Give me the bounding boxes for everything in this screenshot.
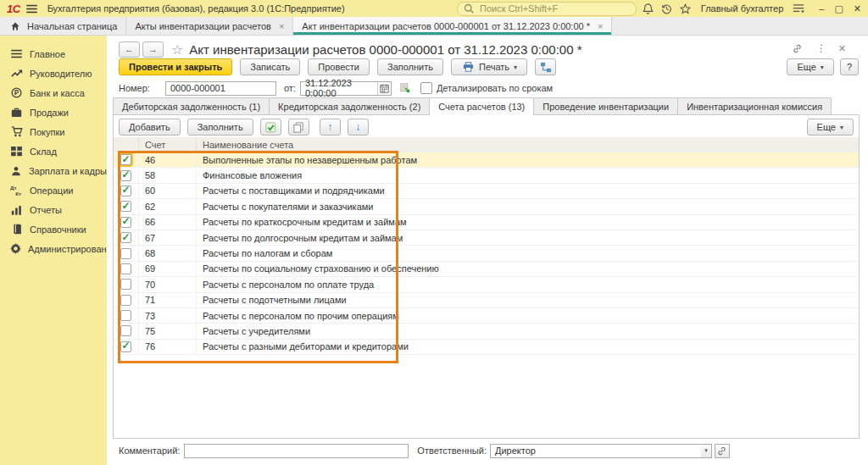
fill-table-button[interactable]: Заполнить [187,119,253,136]
quick-fill-icon[interactable] [399,81,413,95]
row-checkbox[interactable] [120,325,131,336]
detail-checkbox-label[interactable]: Детализировать по срокам [437,83,553,93]
table-row[interactable]: 71Расчеты с подотчетными лицами [114,293,859,308]
more-menu-icon[interactable]: ⋮ [816,42,826,54]
row-checkbox[interactable]: ✓ [120,201,131,212]
table-row[interactable]: ✓60Расчеты с поставщиками и подрядчиками [114,184,859,199]
copy-row-button[interactable] [288,119,309,136]
sidebar-item-admin[interactable]: Администрирование [0,239,107,258]
admin-icon [10,243,21,254]
sidebar-item-sales[interactable]: Продажи [0,102,107,122]
fill-button[interactable]: Заполнить [377,58,443,75]
row-checkbox[interactable]: ✓ [120,217,131,228]
table-row[interactable]: 68Расчеты по налогам и сборам [114,246,859,261]
copy-link-icon[interactable] [791,42,804,55]
sidebar-item-label: Справочники [30,224,86,235]
row-checkbox[interactable] [120,263,131,274]
copy-icon [292,120,305,134]
account-name-cell: Расчеты по краткосрочным кредитам и займ… [197,215,859,230]
table-row[interactable]: ✓67Расчеты по долгосрочным кредитам и за… [114,230,859,246]
sidebar-item-label: Операции [30,185,73,196]
table-row[interactable]: ✓46Выполненные этапы по незавершенным ра… [114,152,859,168]
current-user-label[interactable]: Главный бухгалтер [701,3,783,14]
table-row[interactable]: ✓58Финансовые вложения [114,168,859,183]
references-icon [10,224,23,235]
minimize-icon[interactable]: – [819,3,824,14]
account-code-cell: 71 [139,293,197,307]
row-checkbox-cell: ✓ [114,215,139,230]
window-tab[interactable]: Акты инвентаризации расчетов× [126,17,293,35]
account-column-header: Счет [139,137,197,152]
move-down-button[interactable]: ↓ [348,119,369,136]
sidebar-item-purchases[interactable]: Покупки [0,122,107,141]
close-window-icon[interactable]: ✕ [854,3,861,14]
document-tab[interactable]: Дебиторская задолженность (1) [113,97,270,114]
comment-input[interactable] [184,444,409,458]
row-checkbox[interactable] [120,279,131,290]
table-row[interactable]: ✓66Расчеты по краткосрочным кредитам и з… [114,215,859,230]
row-checkbox[interactable]: ✓ [120,185,131,197]
date-field[interactable]: 31.12.2023 0:00:00 [300,81,392,96]
document-tab[interactable]: Проведение инвентаризации [533,97,678,114]
table-row[interactable]: 75Расчеты с учредителями [114,324,859,339]
tab-close-icon[interactable]: × [279,21,284,31]
favorite-star-icon[interactable]: ☆ [171,42,183,58]
purchases-icon [10,126,23,137]
history-icon[interactable] [660,2,674,15]
sidebar-item-trend[interactable]: Руководителю [0,64,107,83]
check-all-button[interactable] [260,119,281,136]
table-row[interactable]: 70Расчеты с персоналом по оплате труда [114,277,859,292]
window-tab[interactable]: Начальная страница [0,17,126,35]
sidebar-item-references[interactable]: Справочники [0,219,107,239]
maximize-icon[interactable]: ▢ [834,3,843,14]
tab-close-icon[interactable]: × [598,21,603,31]
save-button[interactable]: Записать [240,58,300,75]
table-row[interactable]: ✓62Расчеты с покупателями и заказчиками [114,199,859,214]
row-checkbox[interactable]: ✓ [120,341,131,352]
back-button[interactable]: ← [119,42,140,58]
calendar-icon[interactable] [377,82,390,95]
row-checkbox[interactable] [120,310,131,321]
window-tab[interactable]: Акт инвентаризации расчетов 0000-000001 … [293,17,612,35]
row-checkbox[interactable] [120,295,131,306]
responsible-field[interactable]: Директор [490,444,701,458]
table-row[interactable]: 73Расчеты с персоналом по прочим операци… [114,308,859,324]
notifications-bell-icon[interactable] [642,2,655,15]
row-checkbox[interactable] [120,248,131,259]
document-tab[interactable]: Инвентаризационная комиссия [677,97,832,114]
service-settings-icon[interactable] [792,2,805,15]
open-responsible-button[interactable] [715,444,730,458]
table-row[interactable]: 69Расчеты по социальному страхованию и о… [114,262,859,277]
favorites-star-icon[interactable] [679,2,693,15]
global-search[interactable] [457,2,637,16]
main-menu-icon[interactable] [25,2,39,15]
table-row[interactable]: ✓76Расчеты с разными дебиторами и кредит… [114,340,859,355]
row-checkbox[interactable]: ✓ [120,232,131,243]
table-more-button[interactable]: Еще ▾ [807,119,854,136]
sidebar-item-warehouse[interactable]: Склад [0,141,107,161]
post-button[interactable]: Провести [308,58,370,75]
form-more-button[interactable]: Еще ▾ [787,58,833,75]
sidebar-item-menu[interactable]: Главное [0,44,107,64]
responsible-dropdown-icon[interactable]: ▾ [701,444,712,458]
document-tab[interactable]: Кредиторская задолженность (2) [269,97,430,114]
search-input[interactable] [478,3,631,14]
sidebar-item-people[interactable]: Зарплата и кадры [0,161,107,180]
print-button[interactable]: Печать ▾ [451,58,527,75]
forward-button[interactable]: → [142,42,164,58]
help-button[interactable]: ? [840,58,859,75]
document-tab[interactable]: Счета расчетов (13) [429,97,534,115]
related-documents-button[interactable] [535,58,556,75]
add-row-button[interactable]: Добавить [119,119,181,136]
row-checkbox[interactable]: ✓ [120,154,131,165]
sidebar-item-reports[interactable]: Отчеты [0,200,107,219]
move-up-button[interactable]: ↑ [320,119,341,136]
detail-checkbox[interactable] [420,82,432,94]
sidebar-item-bank[interactable]: Банк и касса [0,83,107,102]
row-checkbox[interactable]: ✓ [120,170,131,181]
close-form-icon[interactable]: ✕ [838,43,846,54]
post-and-close-button[interactable]: Провести и закрыть [119,58,232,75]
sidebar-item-operations[interactable]: ДтКтОперации [0,180,107,200]
number-field[interactable]: 0000-000001 [165,81,276,96]
sidebar-item-label: Банк и касса [30,88,85,98]
